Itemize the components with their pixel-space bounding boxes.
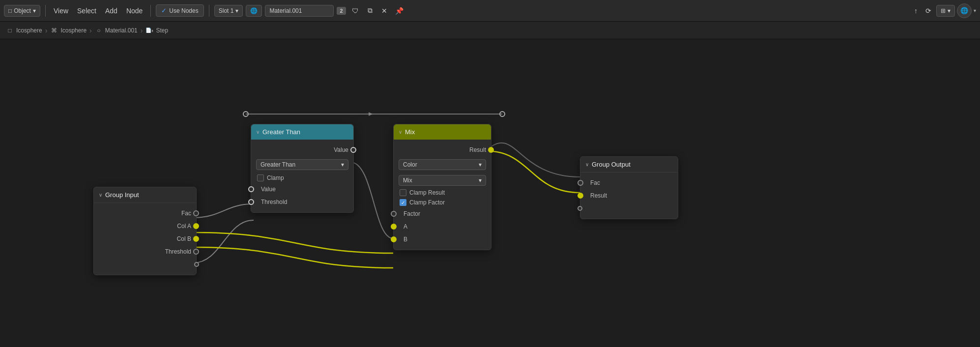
greater-than-title: Greater Than xyxy=(262,128,300,136)
breadcrumb-item-1[interactable]: ⌘ Icosphere xyxy=(50,27,86,34)
group-input-colb-row: Col B xyxy=(94,232,196,245)
user-avatar[interactable]: 🌐 xyxy=(957,3,972,18)
separator-1 xyxy=(45,5,46,17)
gt-dropdown[interactable]: Greater Than ▾ xyxy=(256,159,348,170)
svg-marker-0 xyxy=(369,112,373,116)
gt-value-in-row: Value xyxy=(251,183,353,196)
breadcrumb-label-3: Step xyxy=(156,27,168,34)
mix-result-socket[interactable] xyxy=(488,147,494,153)
group-input-empty-socket[interactable] xyxy=(194,262,199,267)
group-input-colb-socket[interactable] xyxy=(193,236,199,242)
mix-color-chevron: ▾ xyxy=(479,161,482,168)
gt-value-out-socket[interactable] xyxy=(350,147,356,153)
mix-header: ∨ Mix xyxy=(394,124,491,140)
go-empty-socket[interactable] xyxy=(577,206,582,211)
gt-value-out-label: Value xyxy=(334,146,348,153)
top-toolbar: □ Object ▾ View Select Add Node ✓ Use No… xyxy=(0,0,980,22)
go-fac-socket[interactable] xyxy=(577,180,583,186)
mix-clamp-factor-label: Clamp Factor xyxy=(409,199,445,206)
step-icon: 📄₃ xyxy=(145,27,153,34)
pin-icon[interactable]: 📌 xyxy=(393,5,405,17)
mix-b-label: B xyxy=(404,236,407,243)
group-output-chevron[interactable]: ∨ xyxy=(585,162,589,167)
group-input-fac-socket[interactable] xyxy=(193,210,199,216)
use-nodes-label: Use Nodes xyxy=(169,7,198,14)
sync-icon[interactable]: ⟳ xyxy=(922,5,934,17)
up-arrow-icon[interactable]: ↑ xyxy=(911,5,921,17)
group-input-fac-label: Fac xyxy=(181,210,191,217)
mode-selector[interactable]: □ Object ▾ xyxy=(4,5,40,17)
copy-icon[interactable]: ⧉ xyxy=(365,4,375,17)
gt-clamp-label: Clamp xyxy=(267,174,284,181)
menu-view[interactable]: View xyxy=(51,5,71,17)
mix-clamp-result-checkbox[interactable] xyxy=(400,189,406,196)
mix-clamp-factor-checkbox[interactable]: ✓ xyxy=(400,199,406,206)
mix-color-label: Color xyxy=(403,161,417,168)
group-input-cola-socket[interactable] xyxy=(193,223,199,229)
mix-type-label: Mix xyxy=(403,177,412,184)
go-result-socket[interactable] xyxy=(577,193,583,199)
close-icon[interactable]: ✕ xyxy=(378,5,390,17)
breadcrumb-item-0[interactable]: □ Icosphere xyxy=(6,27,42,34)
layout-chevron: ▾ xyxy=(948,7,951,14)
breadcrumb-item-3[interactable]: 📄₃ Step xyxy=(145,27,168,34)
use-nodes-button[interactable]: ✓ Use Nodes xyxy=(156,4,203,17)
menu-select[interactable]: Select xyxy=(74,5,99,17)
mix-a-socket[interactable] xyxy=(391,224,397,230)
breadcrumb-label-2: Material.001 xyxy=(105,27,138,34)
mix-a-in-row: A xyxy=(394,220,491,233)
mix-chevron[interactable]: ∨ xyxy=(399,129,402,135)
mix-result-label: Result xyxy=(469,146,486,153)
use-nodes-check: ✓ xyxy=(161,7,167,14)
shield-icon[interactable]: 🛡 xyxy=(349,5,362,17)
menu-add[interactable]: Add xyxy=(102,5,120,17)
menu-node[interactable]: Node xyxy=(123,5,145,17)
breadcrumb-item-2[interactable]: ○ Material.001 xyxy=(95,27,138,34)
mix-b-in-row: B xyxy=(394,233,491,246)
mix-color-dropdown[interactable]: Color ▾ xyxy=(399,159,486,170)
group-input-chevron[interactable]: ∨ xyxy=(99,192,102,198)
chevron-down-icon: ▾ xyxy=(33,7,36,14)
layout-btn[interactable]: ⊞ ▾ xyxy=(936,5,955,17)
gt-value-in-socket[interactable] xyxy=(248,186,254,192)
group-input-threshold-socket[interactable] xyxy=(193,249,199,255)
mesh-icon-0: □ xyxy=(6,27,14,34)
mesh-icon-1: ⌘ xyxy=(50,27,58,34)
mix-type-dropdown[interactable]: Mix ▾ xyxy=(399,175,486,186)
material-name-field[interactable]: Material.001 xyxy=(265,5,334,17)
greater-than-body: Value Greater Than ▾ Clamp Value xyxy=(251,140,353,212)
mix-clamp-result-row: Clamp Result xyxy=(394,188,491,198)
gt-dropdown-chevron: ▾ xyxy=(341,161,344,168)
mix-factor-in-row: Factor xyxy=(394,207,491,220)
group-input-threshold-label: Threshold xyxy=(165,248,191,255)
globe-icon: 🌐 xyxy=(250,7,258,14)
mix-factor-socket[interactable] xyxy=(391,211,397,217)
mix-type-chevron: ▾ xyxy=(479,177,482,184)
gt-value-in-label: Value xyxy=(261,186,276,193)
group-output-node: ∨ Group Output Fac Result xyxy=(580,156,678,219)
globe-btn[interactable]: 🌐 xyxy=(246,5,262,17)
breadcrumb-label-1: Icosphere xyxy=(60,27,86,34)
layout-icon: ⊞ xyxy=(941,7,946,14)
group-input-node: ∨ Group Input Fac Col A Col B Threshold xyxy=(93,187,197,275)
group-input-cola-label: Col A xyxy=(177,223,191,230)
breadcrumb-sep-0: › xyxy=(45,27,48,34)
mix-b-socket[interactable] xyxy=(391,236,397,242)
group-input-colb-label: Col B xyxy=(177,235,191,242)
gt-threshold-in-socket[interactable] xyxy=(248,199,254,205)
separator-3 xyxy=(209,5,209,17)
avatar-chevron[interactable]: ▾ xyxy=(974,8,976,13)
node-canvas[interactable]: ∨ Group Input Fac Col A Col B Threshold xyxy=(0,39,980,347)
group-input-threshold-row: Threshold xyxy=(94,245,196,258)
mode-label: Object xyxy=(14,7,31,14)
gt-dropdown-label: Greater Than xyxy=(260,161,295,168)
mix-factor-label: Factor xyxy=(404,210,420,217)
material-badge: 2 xyxy=(337,7,346,15)
breadcrumb-label-0: Icosphere xyxy=(16,27,42,34)
go-result-row: Result xyxy=(580,189,678,202)
greater-than-chevron[interactable]: ∨ xyxy=(256,129,259,135)
gt-value-out-row: Value xyxy=(251,144,353,156)
go-empty-row xyxy=(580,202,678,215)
slot-dropdown[interactable]: Slot 1 ▾ xyxy=(214,5,243,17)
gt-clamp-checkbox[interactable] xyxy=(257,174,264,181)
